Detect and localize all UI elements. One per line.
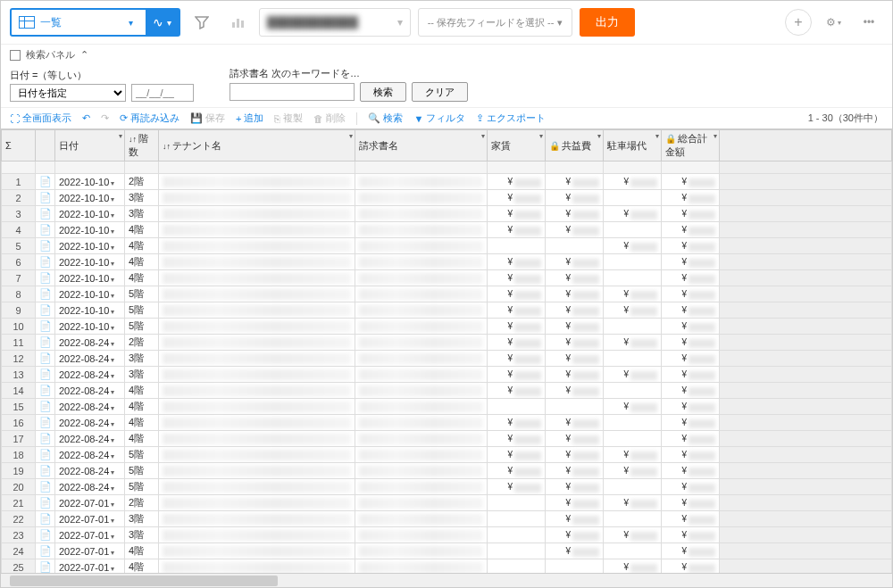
doc-icon-cell[interactable]: 📄 — [36, 511, 55, 527]
invoice-cell[interactable]: ████████ — [355, 270, 488, 286]
money-cell[interactable]: ¥ — [604, 527, 662, 543]
money-cell[interactable]: ¥ — [546, 463, 604, 479]
money-cell[interactable]: ¥ — [662, 351, 720, 367]
table-row[interactable]: 3📄2022-10-10▾3階████████████████████¥¥¥¥ — [2, 206, 892, 222]
money-cell[interactable]: ¥ — [604, 174, 662, 190]
tenant-cell[interactable]: ████████████ — [159, 351, 355, 367]
money-cell[interactable]: ¥ — [488, 335, 546, 351]
invoice-keyword-input[interactable] — [230, 83, 355, 101]
table-row[interactable]: 23📄2022-07-01▾3階████████████████████¥¥¥ — [2, 527, 892, 543]
money-cell[interactable] — [604, 270, 662, 286]
money-cell[interactable]: ¥ — [546, 383, 604, 399]
money-cell[interactable]: ¥ — [604, 238, 662, 254]
money-cell[interactable]: ¥ — [546, 543, 604, 559]
date-mode-select[interactable]: 日付を指定 — [10, 84, 126, 102]
invoice-cell[interactable]: ████████ — [355, 222, 488, 238]
table-row[interactable]: 7📄2022-10-10▾4階████████████████████¥¥¥ — [2, 270, 892, 286]
floor-cell[interactable]: 4階 — [125, 270, 159, 286]
table-row[interactable]: 13📄2022-08-24▾3階████████████████████¥¥¥¥ — [2, 367, 892, 383]
doc-icon-cell[interactable]: 📄 — [36, 559, 55, 574]
tenant-cell[interactable]: ████████████ — [159, 286, 355, 302]
search-panel-header[interactable]: 検索パネル ⌃ — [1, 45, 892, 65]
invoice-cell[interactable]: ████████ — [355, 559, 488, 574]
floor-cell[interactable]: 4階 — [125, 431, 159, 447]
money-cell[interactable] — [604, 190, 662, 206]
date-cell[interactable]: 2022-08-24▾ — [55, 351, 125, 367]
view-selector-main[interactable]: 一覧 ▾ — [12, 15, 146, 30]
money-cell[interactable]: ¥ — [546, 415, 604, 431]
grid-wrapper[interactable]: Σ 日付▾ ↓↑階数 ↓↑テナント名▾ 請求書名▾ 家賃▾ 🔒共益費▾ 駐車場代… — [1, 129, 892, 573]
doc-icon-cell[interactable]: 📄 — [36, 319, 55, 335]
tenant-cell[interactable]: ████████████ — [159, 319, 355, 335]
invoice-cell[interactable]: ████████ — [355, 190, 488, 206]
date-cell[interactable]: 2022-08-24▾ — [55, 415, 125, 431]
money-cell[interactable] — [488, 511, 546, 527]
money-cell[interactable] — [488, 527, 546, 543]
money-cell[interactable] — [604, 383, 662, 399]
filter-icon-button[interactable] — [188, 8, 216, 37]
money-cell[interactable] — [488, 399, 546, 415]
money-cell[interactable]: ¥ — [662, 415, 720, 431]
money-cell[interactable]: ¥ — [662, 174, 720, 190]
money-cell[interactable]: ¥ — [662, 254, 720, 270]
floor-cell[interactable]: 3階 — [125, 206, 159, 222]
invoice-cell[interactable]: ████████ — [355, 367, 488, 383]
money-cell[interactable]: ¥ — [488, 351, 546, 367]
doc-icon-cell[interactable]: 📄 — [36, 174, 55, 190]
doc-icon-cell[interactable]: 📄 — [36, 302, 55, 319]
money-cell[interactable]: ¥ — [662, 431, 720, 447]
money-cell[interactable]: ¥ — [662, 222, 720, 238]
money-cell[interactable] — [604, 431, 662, 447]
date-cell[interactable]: 2022-07-01▾ — [55, 543, 125, 559]
doc-icon-cell[interactable]: 📄 — [36, 335, 55, 351]
money-cell[interactable]: ¥ — [662, 383, 720, 399]
floor-cell[interactable]: 2階 — [125, 335, 159, 351]
output-button[interactable]: 出力 — [580, 8, 635, 37]
floor-cell[interactable]: 5階 — [125, 319, 159, 335]
tenant-cell[interactable]: ████████████ — [159, 431, 355, 447]
money-cell[interactable]: ¥ — [604, 367, 662, 383]
invoice-cell[interactable]: ████████ — [355, 206, 488, 222]
money-cell[interactable]: ¥ — [662, 190, 720, 206]
col-rent[interactable]: 家賃▾ — [488, 130, 546, 161]
money-cell[interactable]: ¥ — [662, 399, 720, 415]
table-row[interactable]: 4📄2022-10-10▾4階████████████████████¥¥¥ — [2, 222, 892, 238]
add-button[interactable]: + — [785, 9, 812, 36]
settings-button[interactable]: ⚙▾ — [819, 8, 847, 37]
invoice-cell[interactable]: ████████ — [355, 463, 488, 479]
invoice-cell[interactable]: ████████ — [355, 495, 488, 511]
doc-icon-cell[interactable]: 📄 — [36, 270, 55, 286]
money-cell[interactable] — [488, 238, 546, 254]
search-button[interactable]: 検索 — [360, 82, 406, 102]
money-cell[interactable]: ¥ — [488, 319, 546, 335]
add-row-button[interactable]: +追加 — [236, 112, 263, 125]
doc-icon-cell[interactable]: 📄 — [36, 527, 55, 543]
table-row[interactable]: 25📄2022-07-01▾4階████████████████████¥¥ — [2, 559, 892, 574]
money-cell[interactable]: ¥ — [546, 190, 604, 206]
col-invoice[interactable]: 請求書名▾ — [355, 130, 488, 161]
doc-icon-cell[interactable]: 📄 — [36, 463, 55, 479]
date-cell[interactable]: 2022-10-10▾ — [55, 302, 125, 319]
money-cell[interactable]: ¥ — [546, 206, 604, 222]
money-cell[interactable] — [604, 479, 662, 495]
date-cell[interactable]: 2022-10-10▾ — [55, 319, 125, 335]
barchart-icon-button[interactable] — [223, 8, 252, 37]
doc-icon-cell[interactable]: 📄 — [36, 367, 55, 383]
tenant-cell[interactable]: ████████████ — [159, 206, 355, 222]
money-cell[interactable]: ¥ — [662, 270, 720, 286]
table-row[interactable]: 15📄2022-08-24▾4階████████████████████¥¥ — [2, 399, 892, 415]
date-cell[interactable]: 2022-07-01▾ — [55, 559, 125, 574]
more-button[interactable]: ••• — [855, 8, 883, 37]
money-cell[interactable]: ¥ — [662, 527, 720, 543]
tenant-cell[interactable]: ████████████ — [159, 543, 355, 559]
tenant-cell[interactable]: ████████████ — [159, 383, 355, 399]
view-selector[interactable]: 一覧 ▾ ∿ ▾ — [10, 8, 180, 37]
find-button[interactable]: 🔍検索 — [368, 112, 403, 125]
scrollbar-thumb[interactable] — [10, 576, 278, 586]
money-cell[interactable]: ¥ — [662, 447, 720, 463]
delete-button[interactable]: 🗑削除 — [313, 112, 346, 125]
money-cell[interactable]: ¥ — [488, 383, 546, 399]
date-cell[interactable]: 2022-08-24▾ — [55, 367, 125, 383]
money-cell[interactable]: ¥ — [488, 222, 546, 238]
tenant-cell[interactable]: ████████████ — [159, 399, 355, 415]
